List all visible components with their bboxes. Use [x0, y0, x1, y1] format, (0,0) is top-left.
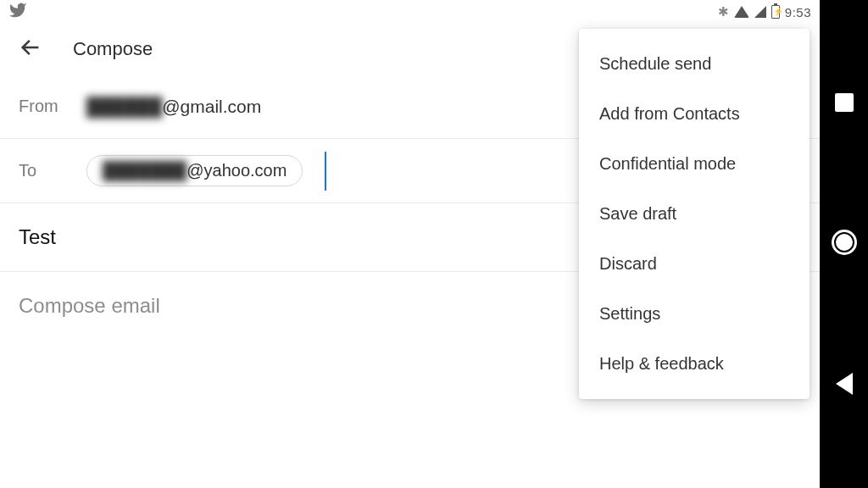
wifi-icon — [734, 6, 749, 18]
subject-input[interactable]: Test — [19, 225, 56, 248]
body-placeholder[interactable]: Compose email — [19, 294, 160, 317]
text-cursor — [325, 152, 326, 191]
menu-item-confidential-mode[interactable]: Confidential mode — [579, 139, 810, 189]
cell-signal-icon — [754, 6, 766, 18]
clock: 9:53 — [785, 5, 811, 19]
to-redacted: ███████ — [103, 161, 186, 180]
android-nav-bar — [820, 0, 868, 488]
overflow-menu: Schedule send Add from Contacts Confiden… — [579, 29, 810, 399]
nav-home-button[interactable] — [832, 230, 857, 255]
twitter-icon — [8, 1, 27, 23]
menu-item-help-feedback[interactable]: Help & feedback — [579, 339, 810, 389]
page-title: Compose — [73, 38, 153, 60]
from-redacted: ██████ — [86, 97, 162, 117]
nav-back-button[interactable] — [836, 373, 853, 395]
menu-item-add-from-contacts[interactable]: Add from Contacts — [579, 89, 810, 139]
from-label: From — [19, 97, 70, 116]
menu-item-settings[interactable]: Settings — [579, 289, 810, 339]
nav-recents-button[interactable] — [835, 93, 854, 112]
from-address: ██████@gmail.com — [86, 97, 261, 117]
menu-item-discard[interactable]: Discard — [579, 239, 810, 289]
bluetooth-icon: ✱ — [718, 4, 729, 19]
to-label: To — [19, 161, 70, 180]
recipient-chip[interactable]: ███████@yahoo.com — [86, 155, 303, 186]
status-bar: ✱ ⚡ 9:53 — [0, 0, 820, 24]
menu-item-save-draft[interactable]: Save draft — [579, 189, 810, 239]
back-button[interactable] — [19, 36, 42, 63]
app-screen: ✱ ⚡ 9:53 Compose From ██████@gmail.com T… — [0, 0, 820, 488]
battery-charging-icon: ⚡ — [771, 5, 780, 19]
menu-item-schedule-send[interactable]: Schedule send — [579, 39, 810, 89]
